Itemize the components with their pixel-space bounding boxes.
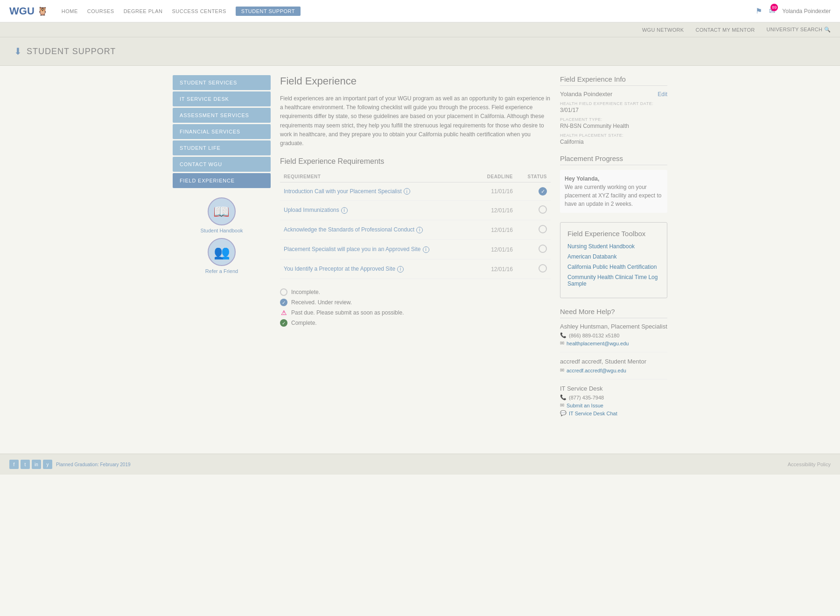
page-title: STUDENT SUPPORT [27, 47, 116, 56]
sidebar-item-contact-wgu[interactable]: CONTACT WGU [173, 157, 271, 172]
sidebar-item-student-life[interactable]: STUDENT LIFE [173, 140, 271, 155]
sidebar-item-student-services[interactable]: STUDENT SERVICES [173, 75, 271, 90]
contact-1-email: ✉ accredf.accredf@wgu.edu [560, 367, 667, 373]
accessibility-policy[interactable]: Accessibility Policy [788, 462, 831, 467]
service-desk-chat: 💬 IT Service Desk Chat [560, 410, 667, 416]
req-deadline-1: 12/01/16 [474, 201, 516, 220]
req-deadline-2: 12/01/16 [474, 220, 516, 240]
req-info-icon-2[interactable]: i [416, 227, 423, 233]
req-link-3[interactable]: Placement Specialist will place you in a… [284, 246, 421, 252]
it-desk-label: IT Service Desk [560, 385, 667, 392]
chat-link[interactable]: IT Service Desk Chat [569, 411, 617, 416]
toolbox-item-3[interactable]: Community Health Clinical Time Log Sampl… [567, 274, 660, 287]
req-info-icon-4[interactable]: i [397, 266, 404, 273]
nav-contact-mentor[interactable]: CONTACT MY MENTOR [695, 27, 755, 33]
edit-link[interactable]: Edit [658, 91, 667, 98]
footer-icon-3[interactable]: in [32, 460, 41, 469]
status-incomplete-icon [539, 225, 547, 233]
submit-icon: ✉ [560, 402, 564, 408]
req-status-1 [517, 201, 551, 220]
sidebar: STUDENT SERVICES IT SERVICE DESK ASSESSM… [173, 75, 271, 426]
legend-complete-label: Complete. [291, 320, 317, 326]
progress-title: Placement Progress [560, 154, 667, 165]
req-deadline-4: 12/01/16 [474, 259, 516, 279]
handbook-label: Student Handbook [200, 228, 243, 233]
req-info-icon-1[interactable]: i [341, 207, 348, 214]
req-status-4 [517, 259, 551, 279]
table-row: Introduction Call with your Placement Sp… [280, 182, 551, 201]
contact-0-email-link[interactable]: healthplacement@wgu.edu [567, 341, 629, 346]
sidebar-item-field-experience[interactable]: FIELD EXPERIENCE [173, 173, 271, 188]
phone-icon-0: 📞 [560, 332, 567, 338]
table-row: Upload Immunizationsi12/01/16 [280, 201, 551, 220]
legend-pastdue-label: Past due. Please submit as soon as possi… [291, 309, 404, 316]
nav-student-support[interactable]: STUDENT SUPPORT [236, 7, 301, 16]
progress-text: We are currently working on your placeme… [565, 184, 661, 207]
contact-0-phone-value: (866) 889-0132 x5180 [569, 333, 619, 338]
footer-graduation: Planned Graduation: February 2019 [56, 462, 131, 467]
footer-icon-2[interactable]: t [21, 460, 30, 469]
email-icon-0: ✉ [560, 340, 564, 346]
header-icon: ⬇ [14, 46, 22, 57]
logo[interactable]: WGU 🦉 [9, 5, 48, 17]
contact-0-name: Ashley Huntsman, Placement Specialist [560, 323, 667, 330]
field-experience-info: Field Experience Info Yolanda Poindexter… [560, 75, 667, 145]
legend-complete: ✓ Complete. [280, 319, 551, 327]
mail-badge: 89 [770, 4, 778, 11]
sidebar-card-refer[interactable]: 👥 Refer a Friend [205, 238, 238, 274]
nav-courses[interactable]: COURSES [87, 7, 114, 16]
nav-wgu-network[interactable]: WGU NETWORK [642, 27, 684, 33]
sidebar-item-assessment-services[interactable]: ASSESSMENT SERVICES [173, 108, 271, 123]
req-info-icon-0[interactable]: i [404, 188, 410, 195]
requirements-title: Field Experience Requirements [280, 157, 551, 166]
it-desk-phone-value: (877) 435-7948 [569, 395, 604, 400]
status-incomplete-icon [539, 264, 547, 273]
legend-review-label: Received. Under review. [291, 299, 352, 306]
legend-incomplete: Incomplete. [280, 288, 551, 296]
req-status-2 [517, 220, 551, 240]
req-status-0: ✓ [517, 182, 551, 201]
nav-home[interactable]: HOME [62, 7, 78, 16]
table-row: Placement Specialist will place you in a… [280, 240, 551, 259]
progress-greeting: Hey Yolanda, [565, 175, 599, 182]
sidebar-item-financial-services[interactable]: FINANCIAL SERVICES [173, 124, 271, 139]
col-requirement: REQUIREMENT [280, 171, 474, 182]
toolbox-item-0[interactable]: Nursing Student Handbook [567, 243, 660, 250]
legend-incomplete-label: Incomplete. [291, 289, 320, 295]
flag-icon[interactable]: ⚑ [756, 7, 762, 15]
toolbox-item-1[interactable]: American Databank [567, 253, 660, 260]
footer: f t in y Planned Graduation: February 20… [0, 454, 840, 475]
refer-image: 👥 [208, 238, 236, 266]
logo-text: WGU [9, 5, 35, 17]
req-link-0[interactable]: Introduction Call with your Placement Sp… [284, 188, 402, 195]
col-deadline: DEADLINE [474, 171, 516, 182]
req-link-4[interactable]: You Identify a Preceptor at the Approved… [284, 266, 395, 272]
footer-grad-label: Planned Graduation: [56, 462, 99, 467]
footer-icon-4[interactable]: y [43, 460, 52, 469]
start-date-label: HEALTH FIELD EXPERIENCE START DATE: [560, 101, 667, 106]
contact-1-email-link[interactable]: accredf.accredf@wgu.edu [567, 368, 626, 373]
submit-issue-link[interactable]: Submit an Issue [567, 403, 603, 408]
req-link-2[interactable]: Acknowledge the Standards of Professiona… [284, 226, 414, 233]
right-panel: Field Experience Info Yolanda Poindexter… [560, 75, 667, 426]
nav-degree-plan[interactable]: DEGREE PLAN [124, 7, 163, 16]
legend-pastdue-icon: ⚠ [280, 309, 287, 316]
refer-label: Refer a Friend [205, 268, 238, 274]
footer-grad-date: February 2019 [100, 462, 131, 467]
nav-university-search[interactable]: UNIVERSITY SEARCH 🔍 [767, 27, 831, 33]
req-info-icon-3[interactable]: i [423, 246, 429, 253]
status-incomplete-icon [539, 245, 547, 253]
mail-icon[interactable]: ✉ 89 [769, 7, 775, 15]
placement-progress: Placement Progress Hey Yolanda, We are c… [560, 154, 667, 213]
table-row: Acknowledge the Standards of Professiona… [280, 220, 551, 240]
contact-0-email: ✉ healthplacement@wgu.edu [560, 340, 667, 346]
sidebar-card-handbook[interactable]: 📖 Student Handbook [200, 197, 243, 233]
user-name: Yolanda Poindexter [782, 8, 831, 14]
sidebar-item-it-service-desk[interactable]: IT SERVICE DESK [173, 91, 271, 106]
nav-success-centers[interactable]: SUCCESS CENTERS [172, 7, 226, 16]
footer-icon-1[interactable]: f [9, 460, 19, 469]
toolbox-item-2[interactable]: California Public Health Certification [567, 264, 660, 270]
content-area: Field Experience Field experiences are a… [280, 75, 551, 426]
req-status-3 [517, 240, 551, 259]
req-link-1[interactable]: Upload Immunizations [284, 207, 339, 213]
